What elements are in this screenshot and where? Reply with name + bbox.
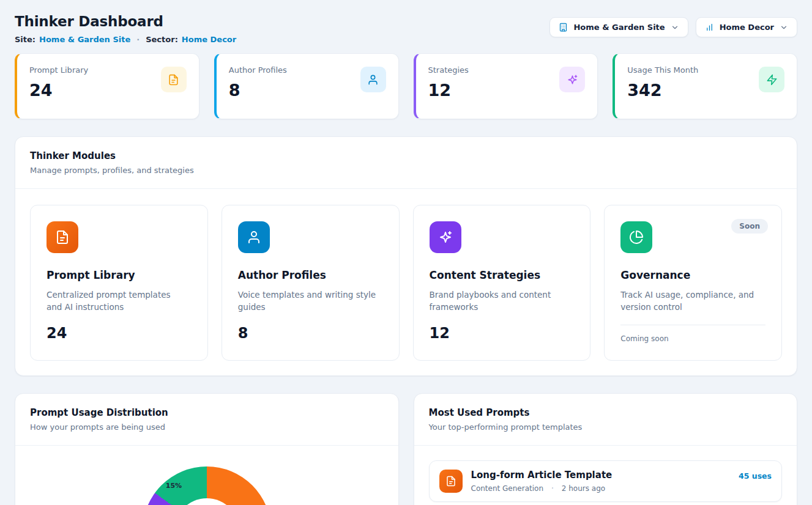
prompt-list-item[interactable]: Long-form Article Template Content Gener… xyxy=(429,460,783,502)
prompt-item-meta: Content Generation · 2 hours ago xyxy=(471,484,739,493)
stat-value: 8 xyxy=(229,81,287,100)
module-card-prompt-library[interactable]: Prompt Library Centralized prompt templa… xyxy=(30,205,208,361)
stat-label: Author Profiles xyxy=(229,65,287,75)
module-title: Prompt Library xyxy=(47,269,192,281)
chevron-down-icon xyxy=(671,23,679,32)
module-description: Centralized prompt templates and AI inst… xyxy=(47,289,188,314)
stat-info: Author Profiles 8 xyxy=(229,65,287,100)
user-icon xyxy=(360,67,386,92)
module-card-content-strategies[interactable]: Content Strategies Brand playbooks and c… xyxy=(413,205,591,361)
module-description: Voice templates and writing style guides xyxy=(238,289,380,314)
site-label: Site: xyxy=(15,35,35,44)
usage-distribution-card: Prompt Usage Distribution How your promp… xyxy=(15,393,399,505)
thinker-modules-panel: Thinker Modules Manage prompts, profiles… xyxy=(15,136,797,376)
soon-badge: Soon xyxy=(731,219,768,234)
usage-chart-title: Prompt Usage Distribution xyxy=(30,407,384,418)
site-selector-dropdown[interactable]: Home & Garden Site xyxy=(549,17,688,37)
building-icon xyxy=(559,23,568,32)
stat-value: 12 xyxy=(428,81,469,100)
usage-chart-header: Prompt Usage Distribution How your promp… xyxy=(15,394,398,446)
module-title: Content Strategies xyxy=(430,269,575,281)
prompt-item-title: Long-form Article Template xyxy=(471,470,739,481)
document-icon xyxy=(439,470,463,493)
separator-dot: · xyxy=(136,35,140,44)
stats-row: Prompt Library 24 Author Profiles 8 Stra… xyxy=(15,53,797,119)
bolt-icon xyxy=(759,67,784,92)
most-used-title: Most Used Prompts xyxy=(429,407,783,418)
stat-card-prompt-library: Prompt Library 24 xyxy=(15,53,199,119)
header-actions: Home & Garden Site Home Decor xyxy=(549,17,797,37)
usage-donut[interactable]: 15% xyxy=(143,466,271,505)
page-title: Thinker Dashboard xyxy=(15,13,236,29)
bottom-row: Prompt Usage Distribution How your promp… xyxy=(15,393,797,505)
sector-label: Sector: xyxy=(146,35,178,44)
module-count: 24 xyxy=(47,325,192,342)
header: Thinker Dashboard Site: Home & Garden Si… xyxy=(15,13,797,44)
modules-subtitle: Manage prompts, profiles, and strategies xyxy=(30,166,782,175)
module-description: Track AI usage, compliance, and version … xyxy=(620,289,762,314)
document-icon xyxy=(161,67,187,92)
stat-card-usage: Usage This Month 342 xyxy=(613,53,797,119)
usage-chart-subtitle: How your prompts are being used xyxy=(30,422,384,432)
module-description: Brand playbooks and content frameworks xyxy=(430,289,572,314)
sparkle-icon xyxy=(559,67,585,92)
coming-soon-text: Coming soon xyxy=(620,334,765,343)
module-count: 12 xyxy=(430,325,575,342)
module-title: Author Profiles xyxy=(238,269,383,281)
site-link[interactable]: Home & Garden Site xyxy=(39,35,130,44)
sector-selector-dropdown[interactable]: Home Decor xyxy=(696,17,797,37)
site-selector-label: Home & Garden Site xyxy=(573,23,665,32)
user-icon xyxy=(238,221,270,253)
most-used-subtitle: Your top-performing prompt templates xyxy=(429,422,783,432)
stat-card-author-profiles: Author Profiles 8 xyxy=(214,53,399,119)
modules-header: Thinker Modules Manage prompts, profiles… xyxy=(15,137,797,189)
prompt-time: 2 hours ago xyxy=(562,484,605,493)
donut-segment-label: 15% xyxy=(166,482,182,490)
stat-info: Strategies 12 xyxy=(428,65,469,100)
stat-info: Prompt Library 24 xyxy=(29,65,88,100)
stat-label: Usage This Month xyxy=(627,65,698,75)
header-left: Thinker Dashboard Site: Home & Garden Si… xyxy=(15,13,236,44)
bar-chart-icon xyxy=(705,23,714,32)
prompt-item-text: Long-form Article Template Content Gener… xyxy=(471,470,739,493)
divider xyxy=(620,325,765,325)
breadcrumb: Site: Home & Garden Site · Sector: Home … xyxy=(15,35,236,44)
modules-grid: Prompt Library Centralized prompt templa… xyxy=(15,189,797,375)
sector-link[interactable]: Home Decor xyxy=(182,35,236,44)
stat-value: 24 xyxy=(29,81,88,100)
stat-card-strategies: Strategies 12 xyxy=(414,53,598,119)
usage-chart-body: 15% xyxy=(15,446,398,505)
stat-label: Strategies xyxy=(428,65,469,75)
modules-title: Thinker Modules xyxy=(30,150,782,161)
pie-chart-icon xyxy=(620,221,652,253)
stat-info: Usage This Month 342 xyxy=(627,65,698,100)
most-used-prompts-card: Most Used Prompts Your top-performing pr… xyxy=(414,393,798,505)
dashboard-page: Thinker Dashboard Site: Home & Garden Si… xyxy=(0,0,812,505)
chevron-down-icon xyxy=(780,23,788,32)
prompt-list: Long-form Article Template Content Gener… xyxy=(414,446,797,505)
module-title: Governance xyxy=(620,269,765,281)
module-card-governance[interactable]: Soon Governance Track AI usage, complian… xyxy=(604,205,782,361)
stat-label: Prompt Library xyxy=(29,65,88,75)
separator-dot: · xyxy=(551,484,554,493)
module-card-author-profiles[interactable]: Author Profiles Voice templates and writ… xyxy=(222,205,400,361)
most-used-header: Most Used Prompts Your top-performing pr… xyxy=(414,394,797,446)
uses-badge: 45 uses xyxy=(739,471,772,481)
prompt-category: Content Generation xyxy=(471,484,543,493)
sparkle-icon xyxy=(430,221,461,253)
stat-value: 342 xyxy=(627,81,698,100)
module-count: 8 xyxy=(238,325,383,342)
document-icon xyxy=(47,221,78,253)
sector-selector-label: Home Decor xyxy=(720,23,774,32)
